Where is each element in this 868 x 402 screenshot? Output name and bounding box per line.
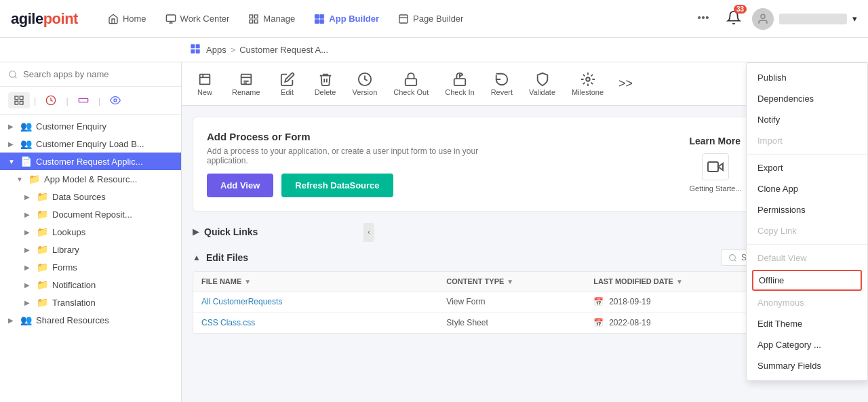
sidebar-tab-grid[interactable]	[8, 92, 30, 108]
nav-pagebuilder-label: Page Builder	[413, 14, 463, 24]
tree-arrow-icon: ▶	[8, 123, 16, 130]
nav-workcenter[interactable]: Work Center	[157, 8, 238, 30]
dropdown-import: Import	[747, 130, 867, 151]
sidebar-label: Notification	[52, 280, 173, 290]
new-label: New	[197, 88, 212, 96]
refresh-datasource-button[interactable]: Refresh DataSource	[281, 174, 393, 197]
svg-point-29	[114, 99, 117, 102]
svg-marker-39	[718, 163, 723, 170]
last-modified-cell-0: 📅 2018-09-19	[593, 297, 770, 306]
sidebar-item-document-reposit[interactable]: ▶ 📁 Document Reposit...	[0, 205, 181, 223]
search-input[interactable]	[23, 69, 173, 79]
learn-getting-started[interactable]: Getting Starte...	[689, 153, 741, 193]
svg-rect-30	[200, 74, 210, 84]
dropdown-offline[interactable]: Offline	[752, 270, 862, 291]
notification-button[interactable]: 33	[724, 7, 744, 30]
sidebar-item-translation[interactable]: ▶ 📁 Translation	[0, 294, 181, 311]
sidebar-item-customer-enquiry[interactable]: ▶ 👥 Customer Enquiry	[0, 117, 181, 135]
top-nav: agilepoint Home Work Center Manage App B…	[0, 0, 868, 38]
dropdown-export[interactable]: Export	[747, 157, 867, 178]
toolbar-more-button[interactable]: >>	[613, 71, 638, 96]
sidebar-item-data-sources[interactable]: ▶ 📁 Data Sources	[0, 188, 181, 205]
sidebar-tab-clock[interactable]	[40, 92, 62, 108]
dropdown-clone-app[interactable]: Clone App	[747, 178, 867, 199]
user-name	[779, 14, 847, 24]
sidebar-label: Customer Enquiry	[36, 121, 173, 132]
svg-rect-40	[708, 162, 718, 172]
checkout-button[interactable]: Check Out	[387, 66, 435, 102]
rename-button[interactable]: Rename	[225, 66, 267, 102]
validate-button[interactable]: Validate	[522, 66, 562, 102]
tree-arrow-icon: ▶	[24, 299, 33, 306]
breadcrumb-bar: Apps > Customer Request A...	[0, 38, 868, 62]
file-name-cell-0[interactable]: All CustomerRequests	[201, 297, 446, 306]
tree-arrow-icon: ▶	[8, 317, 16, 324]
dropdown-summary-fields[interactable]: Summary Fields	[747, 355, 867, 376]
logo[interactable]: agilepoint	[11, 10, 78, 28]
sidebar-item-library[interactable]: ▶ 📁 Library	[0, 241, 181, 258]
nav-more-button[interactable]	[691, 5, 715, 32]
sidebar-tab-minus[interactable]	[73, 92, 94, 108]
add-process-title: Add Process or Form	[207, 131, 492, 142]
last-modified-cell-1: 📅 2022-08-19	[593, 318, 770, 327]
svg-rect-24	[20, 96, 23, 100]
tree-arrow-icon: ▶	[24, 228, 33, 236]
delete-button[interactable]: Delete	[308, 66, 343, 102]
svg-rect-6	[255, 20, 258, 23]
sidebar-item-shared-resources[interactable]: ▶ 👥 Shared Resources	[0, 311, 181, 329]
nav-manage[interactable]: Manage	[240, 8, 303, 30]
nav-home[interactable]: Home	[100, 8, 155, 30]
svg-point-13	[698, 17, 701, 19]
calendar-icon: 📅	[593, 297, 604, 306]
delete-label: Delete	[315, 88, 336, 96]
dropdown-app-category[interactable]: App Category ...	[747, 334, 867, 355]
breadcrumb-root[interactable]: Apps	[206, 45, 226, 55]
user-area[interactable]: ▾	[752, 8, 857, 30]
folder-group-icon: 👥	[20, 138, 32, 149]
checkin-button[interactable]: Check In	[438, 66, 481, 102]
calendar-icon: 📅	[593, 318, 604, 327]
dropdown-permissions[interactable]: Permissions	[747, 199, 867, 220]
sidebar-item-customer-enquiry-load[interactable]: ▶ 👥 Customer Enquiry Load B...	[0, 135, 181, 153]
sidebar-item-lookups[interactable]: ▶ 📁 Lookups	[0, 223, 181, 241]
content-area: ‹ New Rename Edit Delete Version	[182, 62, 868, 402]
nav-manage-label: Manage	[263, 14, 295, 24]
folder-icon: 📁	[37, 262, 48, 273]
tree-arrow-icon: ▶	[24, 281, 33, 289]
sidebar-tab-eye[interactable]	[104, 92, 126, 108]
edit-button[interactable]: Edit	[270, 66, 305, 102]
add-view-button[interactable]: Add View	[207, 174, 273, 197]
sidebar-item-app-model[interactable]: ▼ 📁 App Model & Resourc...	[0, 170, 181, 188]
folder-icon: 📁	[37, 244, 48, 255]
dropdown-publish[interactable]: Publish	[747, 67, 867, 88]
sidebar: | | | ▶ 👥 Customer Enquiry ▶ 👥	[0, 62, 182, 402]
milestone-button[interactable]: Milestone	[565, 66, 610, 102]
sidebar-item-customer-request[interactable]: ▼ 📄 Customer Request Applic...	[0, 153, 181, 170]
new-button[interactable]: New	[187, 66, 222, 102]
tree-arrow-icon: ▶	[24, 211, 33, 218]
dropdown-menu: Publish Dependencies Notify Import Expor…	[746, 62, 868, 381]
collapse-sidebar-button[interactable]: ‹	[363, 223, 374, 242]
user-dropdown-icon: ▾	[852, 14, 857, 24]
file-name-cell-1[interactable]: CSS Class.css	[201, 318, 446, 327]
dropdown-notify[interactable]: Notify	[747, 109, 867, 130]
revert-button[interactable]: Revert	[484, 66, 519, 102]
svg-rect-26	[20, 101, 23, 104]
sidebar-item-notification[interactable]: ▶ 📁 Notification	[0, 276, 181, 294]
sidebar-label: Forms	[52, 262, 173, 273]
sidebar-tab-divider-3: |	[97, 96, 102, 106]
tree-arrow-icon: ▶	[24, 264, 33, 271]
apps-icon	[190, 43, 201, 56]
sidebar-label: Customer Request Applic...	[36, 157, 173, 167]
logo-text: agilepoint	[11, 10, 78, 28]
nav-home-label: Home	[123, 14, 146, 24]
dropdown-edit-theme[interactable]: Edit Theme	[747, 313, 867, 334]
nav-items: Home Work Center Manage App Builder Page…	[100, 8, 691, 30]
nav-pagebuilder[interactable]: Page Builder	[390, 8, 471, 30]
dropdown-default-view: Default View	[747, 247, 867, 268]
nav-appbuilder[interactable]: App Builder	[306, 8, 387, 30]
sidebar-item-forms[interactable]: ▶ 📁 Forms	[0, 258, 181, 276]
dropdown-dependencies[interactable]: Dependencies	[747, 88, 867, 109]
doc-icon: 📄	[20, 156, 32, 167]
version-button[interactable]: Version	[346, 66, 384, 102]
